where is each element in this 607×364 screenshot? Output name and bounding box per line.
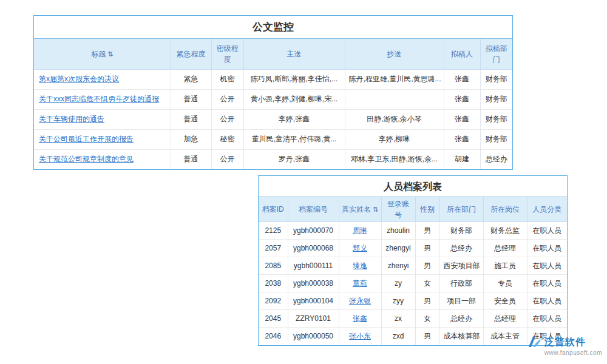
col-header-gender: 性别 — [415, 197, 439, 222]
col-header-real-name[interactable]: 真实姓名⇅ — [339, 197, 381, 222]
doc-cell-main-send: 董川民,童清平,付伟璐,黄... — [243, 129, 345, 149]
doc-cell-copy-send: 田静,游恢,余小琴 — [345, 109, 444, 129]
person-cell-post: 财务总监 — [483, 222, 527, 240]
col-header-drafter: 拟稿人 — [444, 39, 480, 69]
person-name-link[interactable]: 周琳 — [339, 222, 381, 240]
doc-cell-copy-send: 李婷,柳琳 — [345, 129, 444, 149]
col-header-secrecy: 密级程度 — [211, 39, 243, 69]
doc-title-link[interactable]: 关于公司最近工作开展的报告 — [34, 129, 171, 149]
person-name-link[interactable]: 郑义 — [339, 240, 381, 257]
doc-cell-draft-dept: 财务部 — [480, 89, 512, 109]
col-header-doc-title[interactable]: 标题⇅ — [34, 39, 171, 69]
person-cell-gender: 男 — [415, 328, 439, 345]
doc-cell-urgency: 普通 — [171, 109, 211, 129]
doc-table-row: 第x届第x次股东会的决议 紧急 机密 陈巧凤,断郎,蒋丽,李佳怡,... 陈丹,… — [34, 69, 512, 89]
doc-cell-drafter: 张鑫 — [444, 109, 480, 129]
col-header-copy-send: 抄送 — [345, 39, 444, 69]
col-header-dept: 所在部门 — [439, 197, 483, 222]
doc-cell-secrecy: 公开 — [211, 109, 243, 129]
person-cell-post: 专员 — [483, 275, 527, 292]
person-cell-id: 2125 — [259, 222, 288, 240]
person-cell-account: zy — [381, 275, 415, 292]
person-cell-account: zhenyi — [381, 257, 415, 275]
doc-cell-main-send: 陈巧凤,断郎,蒋丽,李佳怡,... — [243, 69, 345, 89]
doc-header-row: 标题⇅ 紧急程度 密级程度 主送 抄送 拟稿人 拟稿部门 — [34, 39, 512, 69]
person-name-link[interactable]: 张永银 — [339, 292, 381, 310]
personnel-row: 2057 ygbh000068 郑义 zhengyi 男 总经办 总经理 在职人… — [259, 240, 567, 257]
page: 公文监控 标题⇅ 紧急程度 密级程度 主送 抄送 拟稿人 拟稿部门 — [0, 0, 607, 364]
person-cell-category: 在职人员 — [527, 240, 567, 257]
col-header-real-name-label: 真实姓名 — [342, 205, 371, 214]
person-cell-account: zhoulin — [381, 222, 415, 240]
doc-cell-secrecy: 公开 — [211, 89, 243, 109]
person-cell-post: 总经理 — [483, 240, 527, 257]
person-cell-account: zxd — [381, 328, 415, 345]
personnel-title: 人员档案列表 — [259, 176, 567, 197]
person-cell-category: 在职人员 — [527, 222, 567, 240]
person-cell-category: 在职人员 — [527, 292, 567, 310]
doc-cell-copy-send: 陈丹,程亚雄,董川民,黄思璐... — [345, 69, 444, 89]
col-header-post: 所在岗位 — [483, 197, 527, 222]
col-header-category: 人员分类 — [527, 197, 567, 222]
person-name-link[interactable]: 张鑫 — [339, 310, 381, 328]
sort-icon[interactable]: ⇅ — [373, 206, 378, 213]
person-cell-code: ygbh000050 — [288, 328, 339, 345]
doc-monitor-card: 公文监控 标题⇅ 紧急程度 密级程度 主送 抄送 拟稿人 拟稿部门 — [33, 15, 513, 170]
doc-cell-drafter: 张鑫 — [444, 129, 480, 149]
doc-table-row: 关于车辆使用的通告 普通 公开 李婷,张鑫 田静,游恢,余小琴 张鑫 财务部 — [34, 109, 512, 129]
doc-cell-drafter: 张鑫 — [444, 89, 480, 109]
person-cell-code: ZZRY0101 — [288, 310, 339, 328]
person-cell-gender: 男 — [415, 292, 439, 310]
doc-cell-urgency: 紧急 — [171, 69, 211, 89]
fanpu-logo-icon — [527, 336, 542, 348]
personnel-row: 2125 ygbh000070 周琳 zhoulin 男 财务部 财务总监 在职… — [259, 222, 567, 240]
person-cell-dept: 总经办 — [439, 240, 483, 257]
person-name-link[interactable]: 章燕 — [339, 275, 381, 292]
person-cell-post: 成本主管 — [483, 328, 527, 345]
person-cell-dept: 项目一部 — [439, 292, 483, 310]
doc-cell-drafter: 张鑫 — [444, 69, 480, 89]
person-cell-gender: 女 — [415, 275, 439, 292]
person-cell-category: 在职人员 — [527, 275, 567, 292]
person-cell-gender: 男 — [415, 240, 439, 257]
person-cell-account: zyy — [381, 292, 415, 310]
doc-cell-secrecy: 机密 — [211, 69, 243, 89]
person-name-link[interactable]: 臻逸 — [339, 257, 381, 275]
person-cell-code: ygbh000111 — [288, 257, 339, 275]
doc-cell-drafter: 胡建 — [444, 149, 480, 169]
sort-icon[interactable]: ⇅ — [107, 50, 113, 58]
doc-cell-main-send: 李婷,张鑫 — [243, 109, 345, 129]
doc-title-link[interactable]: 第x届第x次股东会的决议 — [34, 69, 171, 89]
doc-cell-urgency: 普通 — [171, 149, 211, 169]
doc-table-row: 关于公司最近工作开展的报告 加急 秘密 董川民,童清平,付伟璐,黄... 李婷,… — [34, 129, 512, 149]
personnel-card: 人员档案列表 档案ID 档案编号 真实姓名⇅ 登录账号 性别 所在部门 所在岗位… — [258, 175, 568, 346]
doc-title-link[interactable]: 关于车辆使用的通告 — [34, 109, 171, 129]
fanpu-brand-watermark: 泛普软件 www.fanpusoft.com — [527, 336, 602, 356]
doc-title-link[interactable]: 关于规范公司规章制度的意见 — [34, 149, 171, 169]
person-cell-post: 安全员 — [483, 292, 527, 310]
personnel-row: 2092 ygbh000104 张永银 zyy 男 项目一部 安全员 在职人员 — [259, 292, 567, 310]
person-cell-category: 在职人员 — [527, 257, 567, 275]
person-cell-id: 2057 — [259, 240, 288, 257]
person-cell-dept: 行政部 — [439, 275, 483, 292]
personnel-row: 2046 ygbh000050 张小东 zxd 男 成本核算部 成本主管 在职人… — [259, 328, 567, 345]
col-header-archive-id: 档案ID — [259, 197, 288, 222]
doc-cell-urgency: 普通 — [171, 89, 211, 109]
person-name-link[interactable]: 张小东 — [339, 328, 381, 345]
doc-title-link[interactable]: 关于xxx同志临危不惧勇斗歹徒的通报 — [34, 89, 171, 109]
person-cell-account: zhengyi — [381, 240, 415, 257]
person-cell-id: 2092 — [259, 292, 288, 310]
doc-cell-copy-send: 邓林,李卫东,田静,游恢,余... — [345, 149, 444, 169]
person-cell-post: 施工员 — [483, 257, 527, 275]
col-header-draft-dept: 拟稿部门 — [480, 39, 512, 69]
person-cell-code: ygbh000068 — [288, 240, 339, 257]
col-header-account: 登录账号 — [381, 197, 415, 222]
col-header-main-send: 主送 — [243, 39, 345, 69]
doc-cell-secrecy: 公开 — [211, 149, 243, 169]
person-cell-dept: 成本核算部 — [439, 328, 483, 345]
person-cell-post: 总经理 — [483, 310, 527, 328]
person-cell-gender: 男 — [415, 222, 439, 240]
person-cell-dept: 总经办 — [439, 310, 483, 328]
col-header-doc-title-label: 标题 — [91, 50, 106, 58]
doc-monitor-title: 公文监控 — [34, 16, 512, 39]
